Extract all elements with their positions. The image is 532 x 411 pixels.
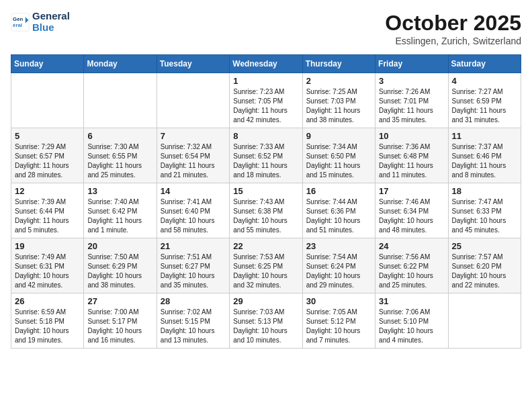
day-number: 7 — [161, 131, 226, 141]
calendar-cell: 1Sunrise: 7:23 AM Sunset: 7:05 PM Daylig… — [230, 73, 302, 128]
day-info: Sunrise: 7:23 AM Sunset: 7:05 PM Dayligh… — [233, 87, 298, 125]
day-number: 23 — [306, 241, 371, 251]
day-info: Sunrise: 7:44 AM Sunset: 6:36 PM Dayligh… — [306, 197, 371, 235]
day-info: Sunrise: 7:34 AM Sunset: 6:50 PM Dayligh… — [306, 142, 371, 180]
calendar-cell: 17Sunrise: 7:46 AM Sunset: 6:34 PM Dayli… — [375, 183, 448, 238]
week-row-2: 5Sunrise: 7:29 AM Sunset: 6:57 PM Daylig… — [11, 128, 521, 183]
month-title: October 2025 — [385, 11, 521, 36]
day-number: 31 — [379, 296, 444, 306]
day-info: Sunrise: 7:29 AM Sunset: 6:57 PM Dayligh… — [15, 142, 80, 180]
day-info: Sunrise: 7:26 AM Sunset: 7:01 PM Dayligh… — [379, 87, 444, 125]
calendar-table: SundayMondayTuesdayWednesdayThursdayFrid… — [11, 54, 521, 349]
day-info: Sunrise: 7:46 AM Sunset: 6:34 PM Dayligh… — [379, 197, 444, 235]
day-number: 26 — [15, 296, 80, 306]
calendar-cell: 4Sunrise: 7:27 AM Sunset: 6:59 PM Daylig… — [448, 73, 521, 128]
day-info: Sunrise: 7:33 AM Sunset: 6:52 PM Dayligh… — [233, 142, 298, 180]
day-number: 5 — [15, 131, 80, 141]
day-number: 28 — [161, 296, 226, 306]
day-number: 10 — [379, 131, 444, 141]
day-info: Sunrise: 7:50 AM Sunset: 6:29 PM Dayligh… — [87, 253, 152, 290]
day-number: 1 — [233, 76, 298, 86]
calendar-cell: 22Sunrise: 7:53 AM Sunset: 6:25 PM Dayli… — [230, 238, 302, 293]
day-number: 22 — [233, 241, 298, 251]
weekday-header-sunday: Sunday — [11, 55, 84, 73]
day-info: Sunrise: 7:36 AM Sunset: 6:48 PM Dayligh… — [379, 142, 444, 180]
calendar-cell: 28Sunrise: 7:02 AM Sunset: 5:15 PM Dayli… — [157, 293, 229, 349]
day-info: Sunrise: 7:32 AM Sunset: 6:54 PM Dayligh… — [161, 142, 226, 180]
calendar-cell: 27Sunrise: 7:00 AM Sunset: 5:17 PM Dayli… — [84, 293, 157, 349]
day-info: Sunrise: 7:00 AM Sunset: 5:17 PM Dayligh… — [87, 308, 152, 345]
weekday-header-tuesday: Tuesday — [157, 55, 229, 73]
day-info: Sunrise: 7:06 AM Sunset: 5:10 PM Dayligh… — [379, 308, 444, 345]
day-number: 3 — [379, 76, 444, 86]
day-number: 8 — [233, 131, 298, 141]
day-number: 9 — [306, 131, 371, 141]
weekday-header-monday: Monday — [84, 55, 157, 73]
day-info: Sunrise: 7:05 AM Sunset: 5:12 PM Dayligh… — [306, 308, 371, 345]
day-info: Sunrise: 7:03 AM Sunset: 5:13 PM Dayligh… — [233, 308, 298, 345]
title-block: October 2025 Esslingen, Zurich, Switzerl… — [385, 11, 521, 46]
calendar-cell: 29Sunrise: 7:03 AM Sunset: 5:13 PM Dayli… — [230, 293, 302, 349]
calendar-cell: 10Sunrise: 7:36 AM Sunset: 6:48 PM Dayli… — [375, 128, 448, 183]
day-info: Sunrise: 7:53 AM Sunset: 6:25 PM Dayligh… — [233, 253, 298, 290]
day-info: Sunrise: 7:25 AM Sunset: 7:03 PM Dayligh… — [306, 87, 371, 125]
day-number: 6 — [87, 131, 152, 141]
day-number: 13 — [87, 186, 152, 196]
calendar-cell: 5Sunrise: 7:29 AM Sunset: 6:57 PM Daylig… — [11, 128, 84, 183]
calendar-cell: 3Sunrise: 7:26 AM Sunset: 7:01 PM Daylig… — [375, 73, 448, 128]
calendar-cell — [84, 73, 157, 128]
calendar-cell: 11Sunrise: 7:37 AM Sunset: 6:46 PM Dayli… — [448, 128, 521, 183]
day-info: Sunrise: 6:59 AM Sunset: 5:18 PM Dayligh… — [15, 308, 80, 345]
calendar-cell: 9Sunrise: 7:34 AM Sunset: 6:50 PM Daylig… — [302, 128, 375, 183]
day-number: 21 — [161, 241, 226, 251]
weekday-header-friday: Friday — [375, 55, 448, 73]
calendar-cell: 7Sunrise: 7:32 AM Sunset: 6:54 PM Daylig… — [157, 128, 229, 183]
calendar-cell — [11, 73, 84, 128]
weekday-header-row: SundayMondayTuesdayWednesdayThursdayFrid… — [11, 55, 521, 73]
logo: Gen eral General Blue — [11, 11, 70, 33]
day-info: Sunrise: 7:43 AM Sunset: 6:38 PM Dayligh… — [233, 197, 298, 235]
calendar-cell — [448, 293, 521, 349]
calendar-cell: 18Sunrise: 7:47 AM Sunset: 6:33 PM Dayli… — [448, 183, 521, 238]
logo-text-block: General Blue — [32, 11, 70, 33]
calendar-cell: 21Sunrise: 7:51 AM Sunset: 6:27 PM Dayli… — [157, 238, 229, 293]
calendar-cell: 2Sunrise: 7:25 AM Sunset: 7:03 PM Daylig… — [302, 73, 375, 128]
location-subtitle: Esslingen, Zurich, Switzerland — [385, 36, 521, 46]
day-info: Sunrise: 7:54 AM Sunset: 6:24 PM Dayligh… — [306, 253, 371, 290]
weekday-header-wednesday: Wednesday — [230, 55, 302, 73]
calendar-cell: 14Sunrise: 7:41 AM Sunset: 6:40 PM Dayli… — [157, 183, 229, 238]
day-number: 27 — [87, 296, 152, 306]
week-row-1: 1Sunrise: 7:23 AM Sunset: 7:05 PM Daylig… — [11, 73, 521, 128]
day-info: Sunrise: 7:37 AM Sunset: 6:46 PM Dayligh… — [452, 142, 517, 180]
day-info: Sunrise: 7:57 AM Sunset: 6:20 PM Dayligh… — [452, 253, 517, 290]
logo-line2: Blue — [32, 22, 70, 34]
calendar-cell — [157, 73, 229, 128]
weekday-header-saturday: Saturday — [448, 55, 521, 73]
day-info: Sunrise: 7:30 AM Sunset: 6:55 PM Dayligh… — [87, 142, 152, 180]
day-number: 19 — [15, 241, 80, 251]
calendar-cell: 12Sunrise: 7:39 AM Sunset: 6:44 PM Dayli… — [11, 183, 84, 238]
day-number: 16 — [306, 186, 371, 196]
day-number: 11 — [452, 131, 517, 141]
calendar-cell: 31Sunrise: 7:06 AM Sunset: 5:10 PM Dayli… — [375, 293, 448, 349]
page-header: Gen eral General Blue October 2025 Essli… — [11, 11, 521, 46]
day-number: 15 — [233, 186, 298, 196]
logo-icon: Gen eral — [11, 13, 30, 32]
calendar-cell: 19Sunrise: 7:49 AM Sunset: 6:31 PM Dayli… — [11, 238, 84, 293]
day-number: 18 — [452, 186, 517, 196]
day-number: 25 — [452, 241, 517, 251]
calendar-cell: 25Sunrise: 7:57 AM Sunset: 6:20 PM Dayli… — [448, 238, 521, 293]
day-number: 2 — [306, 76, 371, 86]
day-number: 17 — [379, 186, 444, 196]
day-info: Sunrise: 7:40 AM Sunset: 6:42 PM Dayligh… — [87, 197, 152, 235]
weekday-header-thursday: Thursday — [302, 55, 375, 73]
calendar-cell: 6Sunrise: 7:30 AM Sunset: 6:55 PM Daylig… — [84, 128, 157, 183]
day-number: 24 — [379, 241, 444, 251]
calendar-cell: 8Sunrise: 7:33 AM Sunset: 6:52 PM Daylig… — [230, 128, 302, 183]
day-number: 4 — [452, 76, 517, 86]
week-row-3: 12Sunrise: 7:39 AM Sunset: 6:44 PM Dayli… — [11, 183, 521, 238]
week-row-4: 19Sunrise: 7:49 AM Sunset: 6:31 PM Dayli… — [11, 238, 521, 293]
day-info: Sunrise: 7:56 AM Sunset: 6:22 PM Dayligh… — [379, 253, 444, 290]
calendar-cell: 13Sunrise: 7:40 AM Sunset: 6:42 PM Dayli… — [84, 183, 157, 238]
day-info: Sunrise: 7:49 AM Sunset: 6:31 PM Dayligh… — [15, 253, 80, 290]
